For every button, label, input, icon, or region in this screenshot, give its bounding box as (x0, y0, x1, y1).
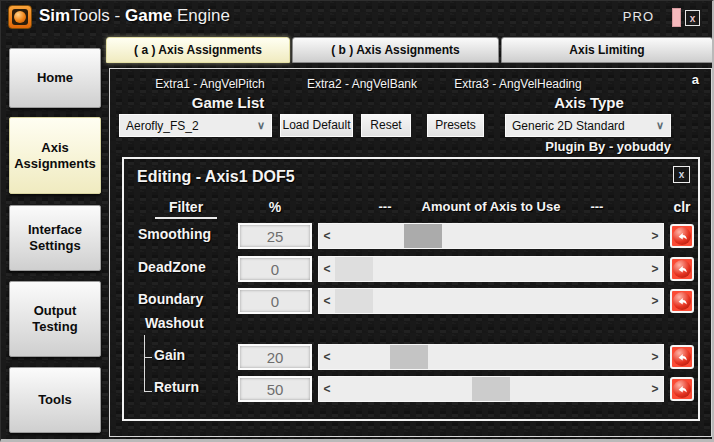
game-list-label: Game List (192, 94, 265, 111)
minimize-button[interactable] (672, 8, 681, 27)
slider-thumb[interactable] (335, 257, 373, 281)
slider-thumb[interactable] (472, 377, 510, 401)
presets-button[interactable]: Presets (427, 114, 484, 137)
window-title: SimTools - Game Engine (39, 6, 230, 26)
axis-type-select[interactable]: Generic 2D Standard ∨ (505, 114, 671, 137)
plugin-by-label: Plugin By - yobuddy (370, 139, 671, 154)
slider-right-arrow-icon[interactable]: > (647, 224, 663, 248)
title-product-rest: Engine (172, 6, 230, 25)
percent-column-header: % (238, 199, 312, 215)
return-row: Return < > (124, 376, 698, 402)
gain-row: Gain < > (124, 344, 698, 370)
chevron-down-icon: ∨ (257, 119, 265, 132)
axis-editor-panel: Editing - Axis1 DOF5 x Filter % --- Amou… (122, 157, 700, 421)
axis-type-label: Axis Type (554, 94, 624, 111)
reset-button[interactable]: Reset (361, 114, 411, 137)
tab-axis-limiting[interactable]: Axis Limiting (501, 37, 713, 63)
tab-axis-assignments-a[interactable]: ( a ) Axis Assignments (106, 37, 290, 63)
deadzone-row: DeadZone < > (124, 256, 698, 282)
smoothing-row: Smoothing < > (124, 223, 698, 249)
sidebar-item-axis-assignments[interactable]: Axis Assignments (9, 117, 101, 194)
axis-amount-text: Amount of Axis to Use (422, 199, 561, 214)
slider-track[interactable] (335, 224, 647, 248)
undo-arrow-icon (673, 227, 691, 245)
game-list-select[interactable]: Aerofly_FS_2 ∨ (119, 114, 272, 137)
slider-right-arrow-icon[interactable]: > (647, 377, 663, 401)
smoothing-label: Smoothing (138, 226, 211, 242)
sidebar-item-interface-settings[interactable]: Interface Settings (9, 205, 101, 271)
title-brand-rest: Tools (70, 6, 110, 25)
filter-column-header: Filter (132, 199, 240, 219)
chevron-down-icon: ∨ (656, 119, 664, 132)
washout-group-label: Washout (145, 315, 204, 331)
smoothing-percent-input[interactable] (238, 223, 312, 249)
extra3-axis-label: Extra3 - AngVelHeading (454, 77, 581, 91)
boundary-slider[interactable]: < > (318, 288, 664, 314)
axis-amount-column-header: --- Amount of Axis to Use --- (318, 199, 664, 214)
dash-left: --- (379, 199, 392, 214)
slider-right-arrow-icon[interactable]: > (647, 289, 663, 313)
title-separator: - (110, 6, 125, 25)
boundary-row: Boundary < > (124, 288, 698, 314)
slider-right-arrow-icon[interactable]: > (647, 345, 663, 369)
editor-close-button[interactable]: x (673, 166, 690, 183)
extra1-axis-label: Extra1 - AngVelPitch (155, 77, 264, 91)
dash-right: --- (590, 199, 603, 214)
sidebar-item-output-testing[interactable]: Output Testing (9, 281, 101, 357)
return-percent-input[interactable] (238, 376, 312, 402)
gain-percent-input[interactable] (238, 344, 312, 370)
window-close-button[interactable]: x (685, 10, 700, 26)
slider-thumb[interactable] (404, 224, 442, 248)
slider-thumb[interactable] (390, 345, 428, 369)
slider-thumb[interactable] (335, 289, 373, 313)
undo-arrow-icon (673, 348, 691, 366)
slider-left-arrow-icon[interactable]: < (319, 377, 335, 401)
slider-left-arrow-icon[interactable]: < (319, 345, 335, 369)
simtools-window: { "titlebar": { "brand_bold": "Sim", "br… (0, 0, 714, 442)
app-logo-icon (8, 5, 32, 29)
slider-left-arrow-icon[interactable]: < (319, 289, 335, 313)
boundary-percent-input[interactable] (238, 288, 312, 314)
slider-track[interactable] (335, 289, 647, 313)
smoothing-slider[interactable]: < > (318, 223, 664, 249)
clear-return-button[interactable] (670, 377, 694, 401)
deadzone-label: DeadZone (138, 259, 206, 275)
gain-slider[interactable]: < > (318, 344, 664, 370)
sidebar-item-tools[interactable]: Tools (9, 367, 101, 433)
undo-arrow-icon (673, 292, 691, 310)
clear-boundary-button[interactable] (670, 289, 694, 313)
undo-arrow-icon (673, 260, 691, 278)
panel-corner-tag: a (692, 72, 699, 87)
deadzone-slider[interactable]: < > (318, 256, 664, 282)
clear-deadzone-button[interactable] (670, 257, 694, 281)
title-bar: SimTools - Game Engine PRO x (1, 1, 712, 33)
undo-arrow-icon (673, 380, 691, 398)
clear-smoothing-button[interactable] (670, 224, 694, 248)
pro-badge: PRO (623, 9, 654, 24)
title-product-bold: Game (125, 6, 172, 25)
slider-track[interactable] (335, 257, 647, 281)
slider-left-arrow-icon[interactable]: < (319, 257, 335, 281)
slider-right-arrow-icon[interactable]: > (647, 257, 663, 281)
clear-gain-button[interactable] (670, 345, 694, 369)
deadzone-percent-input[interactable] (238, 256, 312, 282)
sidebar-item-home[interactable]: Home (9, 48, 101, 108)
slider-left-arrow-icon[interactable]: < (319, 224, 335, 248)
title-brand-bold: Sim (39, 6, 70, 25)
boundary-label: Boundary (138, 291, 203, 307)
game-list-selected-value: Aerofly_FS_2 (126, 119, 253, 133)
gain-label: Gain (154, 347, 185, 363)
return-slider[interactable]: < > (318, 376, 664, 402)
axis-type-selected-value: Generic 2D Standard (512, 119, 652, 133)
slider-track[interactable] (335, 345, 647, 369)
return-label: Return (154, 379, 199, 395)
load-default-button[interactable]: Load Default (280, 114, 353, 137)
editor-title: Editing - Axis1 DOF5 (137, 168, 295, 186)
main-panel: a Extra1 - AngVelPitch Extra2 - AngVelBa… (109, 68, 712, 437)
tab-axis-assignments-b[interactable]: ( b ) Axis Assignments (292, 37, 499, 63)
extra2-axis-label: Extra2 - AngVelBank (307, 77, 417, 91)
clr-column-header: clr (667, 199, 697, 215)
slider-track[interactable] (335, 377, 647, 401)
